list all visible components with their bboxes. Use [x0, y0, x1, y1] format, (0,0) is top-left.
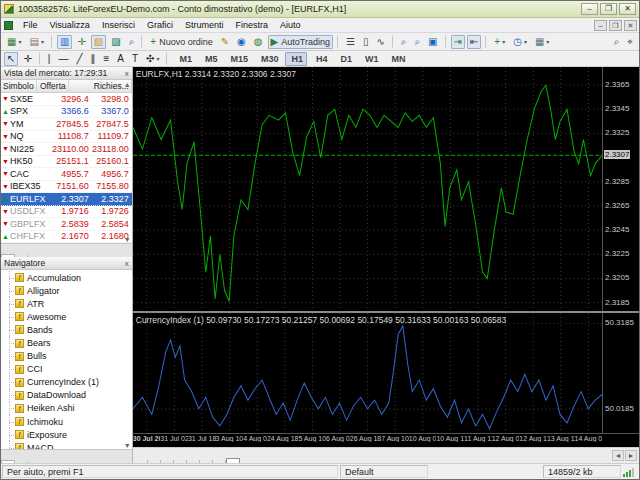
chart-tab[interactable] — [174, 460, 187, 463]
toolbar-button[interactable]: ⌕ — [126, 35, 138, 49]
chart-tab[interactable] — [226, 458, 240, 463]
toolbar-button[interactable]: ≡ — [100, 52, 112, 66]
toolbar-button[interactable]: +Nuovo ordine — [147, 35, 215, 49]
main-chart[interactable]: EURLFX,H1 2.3314 2.3320 2.3306 2.3307 2.… — [133, 67, 639, 313]
market-watch-row[interactable]: ▼ NQ 11108.7 11109.7 — [1, 131, 132, 144]
toolbar-button[interactable]: ▣ — [425, 35, 440, 49]
toolbar-button[interactable]: M1 — [172, 52, 196, 66]
menu-item[interactable]: Inserisci — [96, 19, 141, 31]
toolbar-button[interactable]: — — [55, 52, 71, 66]
menu-item[interactable]: Aiuto — [274, 19, 307, 31]
chart-tab[interactable] — [187, 460, 200, 463]
toolbar-button[interactable]: ╱ — [73, 52, 85, 66]
toolbar-button[interactable]: ∥ — [87, 52, 98, 66]
child-minimize-button[interactable]: – — [594, 20, 607, 31]
toolbar-button[interactable]: ✛ — [20, 52, 34, 66]
toolbar-button[interactable]: | — [45, 52, 54, 66]
toolbar-button[interactable] — [39, 52, 41, 65]
navigator-item[interactable]: f ATR — [1, 297, 132, 310]
menu-item[interactable]: Strumenti — [179, 19, 230, 31]
toolbar-button[interactable]: ▦▾ — [532, 35, 552, 49]
column-bid[interactable]: Offerta — [37, 80, 69, 92]
navigator-item[interactable]: f Bulls — [1, 350, 132, 363]
price-axis[interactable]: 2.33652.33452.33252.32852.32652.32452.32… — [602, 67, 639, 311]
toolbar-button[interactable] — [141, 35, 143, 48]
navigator-item[interactable]: f Bears — [1, 336, 132, 349]
navigator-item[interactable]: f Heiken Ashi — [1, 402, 132, 415]
market-watch-row[interactable]: ▼ USDLFX 1.9716 1.9726 — [1, 206, 132, 219]
market-watch-row[interactable]: ▲ SPX 3366.6 3367.0 — [1, 106, 132, 119]
toolbar-button[interactable]: ⌕ — [411, 35, 423, 49]
toolbar-button[interactable]: MN — [385, 52, 410, 66]
toolbar-button[interactable]: ⌖ — [624, 35, 636, 49]
column-symbol[interactable]: Simbolo — [1, 80, 37, 92]
sub-chart-plot[interactable] — [133, 313, 602, 433]
indicator-subwindow[interactable]: CurrencyIndex (1) 50.09730 50.17273 50.2… — [133, 313, 639, 433]
market-watch-row[interactable]: ▼ IBEX35 7151.60 7155.80 — [1, 181, 132, 194]
navigator-item[interactable]: f Bands — [1, 323, 132, 336]
navigator-item[interactable]: f DataDownload — [1, 389, 132, 402]
menu-item[interactable]: File — [17, 19, 44, 31]
chart-tab[interactable] — [135, 460, 148, 463]
navigator-item[interactable]: f Ichimoku — [1, 415, 132, 428]
navigator-item[interactable]: f Alligator — [1, 284, 132, 297]
toolbar-button[interactable]: ▶AutoTrading — [268, 35, 333, 49]
market-watch-row[interactable]: ▲ EURLFX 2.3307 2.3327 — [1, 193, 132, 206]
market-watch-row[interactable]: ▲ CHFLFX 2.1670 2.1680 — [1, 231, 132, 244]
scroll-down-icon[interactable]: ▼ — [124, 442, 131, 449]
toolbar-button[interactable]: ▤▾ — [26, 35, 46, 49]
toolbar-button[interactable]: H1 — [285, 52, 308, 66]
child-restore-button[interactable]: ❐ — [609, 20, 622, 31]
toolbar-button[interactable]: ↖ — [4, 52, 18, 66]
market-watch-row[interactable]: ▼ NI225 23110.00 23118.00 — [1, 143, 132, 156]
toolbar-button[interactable]: ✎ — [218, 35, 232, 49]
toolbar-button[interactable]: ∿ — [373, 35, 387, 49]
navigator-item[interactable]: f MACD — [1, 441, 132, 449]
chart-tab[interactable] — [161, 460, 174, 463]
toolbar-button[interactable] — [445, 35, 447, 48]
toolbar-button[interactable]: ▨ — [108, 35, 123, 49]
toolbar-button[interactable]: ⌕ — [398, 35, 410, 49]
indicator-axis[interactable]: 50.318550.0185 — [602, 313, 639, 433]
menu-item[interactable]: Finestra — [229, 19, 274, 31]
toolbar-button[interactable]: A — [114, 52, 127, 66]
scroll-up-icon[interactable]: ▲ — [123, 81, 132, 88]
toolbar-button[interactable]: +▾ — [491, 35, 508, 49]
toolbar-button[interactable]: D1 — [334, 52, 357, 66]
tab-scroll-left-icon[interactable]: ◂ — [612, 450, 624, 461]
toolbar-button[interactable] — [337, 35, 339, 48]
toolbar-button[interactable] — [554, 35, 608, 49]
market-watch-row[interactable]: ▼ SX5E 3296.4 3298.0 — [1, 93, 132, 106]
navigator-close-icon[interactable]: x — [125, 259, 129, 268]
toolbar-button[interactable]: ☰ — [343, 35, 358, 49]
toolbar-button[interactable]: ▧ — [91, 35, 106, 49]
toolbar-button[interactable]: M15 — [223, 52, 252, 66]
scroll-down-icon[interactable]: ▼ — [124, 236, 131, 243]
close-button[interactable]: ✕ — [619, 3, 636, 15]
navigator-item[interactable]: f Accumulation — [1, 271, 132, 284]
navigator-item[interactable]: f CurrencyIndex (1) — [1, 376, 132, 389]
menu-item[interactable]: Visualizza — [44, 19, 96, 31]
toolbar-button[interactable]: M5 — [198, 52, 222, 66]
toolbar-button[interactable] — [51, 35, 53, 48]
market-watch-row[interactable]: ▼ YM 27845.5 27847.5 — [1, 118, 132, 131]
toolbar-button[interactable]: ✣▾ — [143, 52, 162, 66]
main-chart-plot[interactable] — [133, 67, 602, 311]
navigator-item[interactable]: f iExposure — [1, 428, 132, 441]
market-watch-row[interactable]: ▼ GBPLFX 2.5839 2.5854 — [1, 218, 132, 231]
toolbar-button[interactable]: ▥ — [57, 35, 72, 49]
toolbar-button[interactable]: ✛ — [74, 35, 88, 49]
title-bar[interactable]: 1003582576: LiteForexEU-Demo.com - Conto… — [1, 1, 639, 18]
market-watch-row[interactable]: ▼ HK50 25151.1 25160.1 — [1, 156, 132, 169]
toolbar-button[interactable]: ◍ — [251, 35, 266, 49]
child-close-button[interactable]: ✕ — [624, 20, 637, 31]
toolbar-button[interactable]: ▦▾ — [4, 35, 24, 49]
market-watch-close-icon[interactable]: x — [125, 69, 129, 78]
toolbar-button[interactable]: ▯ — [360, 35, 372, 49]
toolbar-button[interactable]: ⌕ — [611, 35, 623, 49]
toolbar-button[interactable]: T — [129, 52, 141, 66]
chart-tab[interactable] — [200, 460, 213, 463]
toolbar-button[interactable]: ◷▾ — [510, 35, 530, 49]
maximize-button[interactable]: ❐ — [600, 3, 617, 15]
menu-item[interactable]: Grafici — [141, 19, 179, 31]
